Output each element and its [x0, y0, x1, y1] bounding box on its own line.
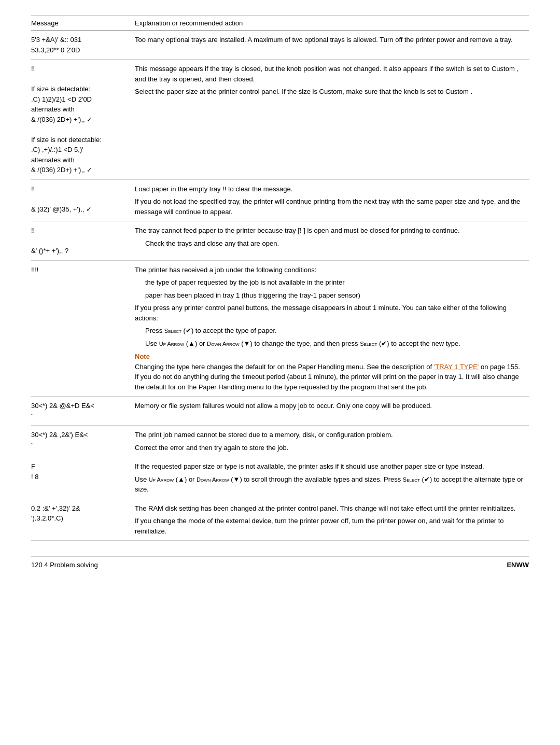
message-cell: !! If size is detectable: .C) 1)2)/2)1 <…	[31, 60, 135, 180]
message-cell: 30<*) 2& ,2&') E&< "	[31, 426, 135, 457]
explanation-cell: This message appears if the tray is clos…	[135, 60, 529, 180]
explanation-text: Select the paper size at the printer con…	[135, 87, 524, 97]
message-cell: 30<*) 2& @&+D E&< "	[31, 397, 135, 426]
explanation-text: The printer has received a job under the…	[135, 265, 524, 275]
explanation-indent: Press Select (✔) to accept the type of p…	[145, 326, 524, 336]
explanation-indent: paper has been placed in tray 1 (thus tr…	[145, 290, 524, 301]
explanation-text: This message appears if the tray is clos…	[135, 64, 524, 84]
table-row: 30<*) 2& ,2&') E&< "The print job named …	[31, 426, 529, 457]
explanation-indent: the type of paper requested by the job i…	[145, 277, 524, 288]
explanation-cell: The print job named cannot be stored due…	[135, 426, 529, 457]
explanation-text: If you press any printer control panel b…	[135, 303, 524, 323]
message-cell: !! &' ()*+ +'),, ?	[31, 221, 135, 261]
explanation-cell: The printer has received a job under the…	[135, 260, 529, 397]
table-row: !!!!The printer has received a job under…	[31, 260, 529, 397]
explanation-text: Use Up Arrow (▲) or Down Arrow (▼) to sc…	[135, 474, 524, 495]
explanation-text: Correct the error and then try again to …	[135, 443, 524, 453]
col-message-header: Message	[31, 16, 135, 31]
explanation-text: The print job named cannot be stored due…	[135, 430, 524, 440]
footer-left: 120 4 Problem solving	[31, 561, 98, 569]
table-row: 5'3 +&A)' &:: 031 53.3,20** 0 2'0DToo ma…	[31, 31, 529, 60]
table-row: !! If size is detectable: .C) 1)2)/2)1 <…	[31, 60, 529, 180]
explanation-text: If you do not do anything during the tim…	[135, 372, 524, 392]
explanation-text: If you change the mode of the external d…	[135, 516, 524, 536]
explanation-cell: Memory or file system failures would not…	[135, 397, 529, 426]
table-row: !! & )32)' @)35, +'),, ✓Load paper in th…	[31, 179, 529, 221]
explanation-text: Memory or file system failures would not…	[135, 401, 524, 411]
table-header-row: Message Explanation or recommended actio…	[31, 16, 529, 31]
note-text: Changing the type here changes the defau…	[135, 362, 524, 372]
footer-right: ENWW	[507, 561, 529, 569]
explanation-text: The RAM disk setting has been changed at…	[135, 503, 524, 514]
message-cell: !!!!	[31, 260, 135, 397]
explanation-cell: Too many optional trays are installed. A…	[135, 31, 529, 60]
page-footer: 120 4 Problem solving ENWW	[31, 556, 529, 569]
explanation-text: If the requested paper size or type is n…	[135, 461, 524, 472]
table-row: 0.2 :&' +',32)' 2& ').3.2.0*.C)The RAM d…	[31, 499, 529, 541]
explanation-text: Too many optional trays are installed. A…	[135, 35, 524, 45]
explanation-cell: If the requested paper size or type is n…	[135, 457, 529, 499]
message-cell: 0.2 :&' +',32)' 2& ').3.2.0*.C)	[31, 499, 135, 541]
note-block: NoteChanging the type here changes the d…	[135, 352, 524, 372]
explanation-indent: Check the trays and close any that are o…	[145, 238, 524, 249]
explanation-text: Load paper in the empty tray !! to clear…	[135, 184, 524, 194]
message-cell: !! & )32)' @)35, +'),, ✓	[31, 179, 135, 221]
col-explanation-header: Explanation or recommended action	[135, 16, 529, 31]
explanation-cell: Load paper in the empty tray !! to clear…	[135, 179, 529, 221]
main-table: Message Explanation or recommended actio…	[31, 16, 529, 541]
explanation-cell: The RAM disk setting has been changed at…	[135, 499, 529, 541]
message-cell: 5'3 +&A)' &:: 031 53.3,20** 0 2'0D	[31, 31, 135, 60]
explanation-cell: The tray cannot feed paper to the printe…	[135, 221, 529, 261]
page-wrapper: Message Explanation or recommended actio…	[31, 16, 529, 569]
table-row: !! &' ()*+ +'),, ?The tray cannot feed p…	[31, 221, 529, 261]
explanation-text: The tray cannot feed paper to the printe…	[135, 226, 524, 236]
explanation-text: If you do not load the specified tray, t…	[135, 196, 524, 217]
table-row: 30<*) 2& @&+D E&< "Memory or file system…	[31, 397, 529, 426]
message-cell: F ! 8	[31, 457, 135, 499]
table-row: F ! 8If the requested paper size or type…	[31, 457, 529, 499]
explanation-indent: Use Up Arrow (▲) or Down Arrow (▼) to ch…	[145, 339, 524, 349]
note-label: Note	[135, 352, 524, 362]
